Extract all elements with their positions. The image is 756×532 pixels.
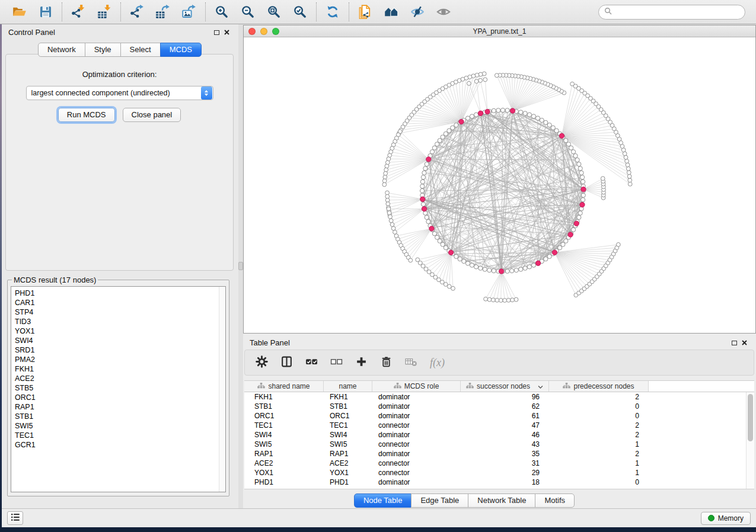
- network-node[interactable]: [422, 171, 426, 175]
- network-node[interactable]: [523, 111, 527, 116]
- network-leaf-node[interactable]: [626, 163, 630, 167]
- delete-column-button[interactable]: [380, 355, 393, 370]
- mcds-result-item[interactable]: TEC1: [15, 431, 222, 440]
- panel-splitter[interactable]: [238, 24, 243, 508]
- network-hub-node[interactable]: [429, 226, 434, 231]
- mcds-result-item[interactable]: TID3: [15, 317, 222, 326]
- network-hub-node[interactable]: [510, 108, 515, 113]
- network-leaf-node[interactable]: [624, 155, 628, 159]
- network-node[interactable]: [492, 269, 496, 273]
- network-node[interactable]: [544, 257, 548, 261]
- mcds-list-scrollbar[interactable]: [219, 287, 225, 492]
- network-leaf-node[interactable]: [382, 179, 387, 183]
- mcds-result-item[interactable]: STB5: [15, 383, 222, 393]
- network-node[interactable]: [425, 162, 429, 166]
- network-node[interactable]: [547, 123, 551, 127]
- network-leaf-node[interactable]: [391, 226, 395, 230]
- network-node[interactable]: [465, 116, 470, 120]
- network-leaf-node[interactable]: [383, 175, 387, 180]
- network-node[interactable]: [421, 202, 425, 206]
- network-node[interactable]: [420, 184, 425, 188]
- mcds-result-item[interactable]: STB1: [15, 412, 222, 421]
- close-traffic-light[interactable]: [248, 28, 256, 35]
- network-node[interactable]: [564, 239, 568, 243]
- table-row[interactable]: RAP1RAP1dominator352: [244, 449, 746, 459]
- save-session-button[interactable]: [37, 4, 54, 20]
- network-node[interactable]: [581, 180, 585, 184]
- network-node[interactable]: [566, 142, 570, 146]
- export-network-button[interactable]: [129, 4, 145, 20]
- zoom-out-button[interactable]: [240, 4, 256, 20]
- mcds-result-item[interactable]: RAP1: [15, 402, 222, 412]
- network-leaf-node[interactable]: [499, 299, 503, 303]
- network-node[interactable]: [579, 171, 583, 175]
- mcds-result-item[interactable]: PHD1: [15, 289, 222, 298]
- network-node[interactable]: [426, 219, 430, 223]
- zoom-in-button[interactable]: [213, 4, 230, 20]
- network-hub-node[interactable]: [580, 202, 585, 207]
- column-header-predecessor-nodes[interactable]: predecessor nodes: [549, 381, 649, 392]
- network-node[interactable]: [519, 267, 523, 271]
- network-leaf-node[interactable]: [511, 298, 515, 302]
- network-leaf-node[interactable]: [506, 298, 511, 302]
- network-node[interactable]: [470, 114, 474, 118]
- mcds-result-item[interactable]: SRD1: [15, 345, 222, 355]
- tab-node-table[interactable]: Node Table: [354, 493, 412, 508]
- table-row[interactable]: STB1STB1dominator620: [244, 402, 746, 411]
- network-node[interactable]: [575, 158, 579, 162]
- zoom-traffic-light[interactable]: [272, 28, 279, 35]
- network-node[interactable]: [527, 265, 531, 269]
- network-leaf-node[interactable]: [627, 171, 631, 175]
- network-node[interactable]: [531, 114, 535, 118]
- open-file-button[interactable]: [11, 4, 28, 20]
- network-leaf-node[interactable]: [487, 297, 492, 302]
- network-leaf-node[interactable]: [625, 159, 629, 164]
- tab-network-table[interactable]: Network Table: [468, 493, 535, 508]
- clone-network-button[interactable]: [357, 4, 374, 20]
- network-leaf-node[interactable]: [451, 286, 455, 290]
- criterion-select[interactable]: largest connected component (undirected): [26, 86, 213, 100]
- network-hub-node[interactable]: [581, 187, 586, 191]
- network-node[interactable]: [465, 261, 470, 265]
- network-node[interactable]: [544, 120, 548, 124]
- group-nodes-button[interactable]: [383, 4, 400, 20]
- table-row[interactable]: FKH1FKH1dominator962: [244, 392, 746, 402]
- table-settings-button[interactable]: [256, 355, 268, 370]
- network-node[interactable]: [454, 123, 458, 127]
- network-hub-node[interactable]: [478, 111, 483, 116]
- network-leaf-node[interactable]: [626, 166, 630, 171]
- export-table-button[interactable]: [155, 4, 171, 20]
- network-hub-node[interactable]: [559, 133, 564, 138]
- search-input[interactable]: [615, 8, 739, 16]
- mcds-result-item[interactable]: ORC1: [15, 393, 222, 402]
- network-node[interactable]: [430, 150, 434, 154]
- network-node[interactable]: [571, 227, 575, 232]
- network-leaf-node[interactable]: [570, 82, 575, 86]
- network-node[interactable]: [458, 257, 462, 261]
- network-hub-node[interactable]: [420, 197, 425, 201]
- deselect-all-rows-button[interactable]: [330, 355, 343, 370]
- network-node[interactable]: [505, 269, 509, 273]
- control-panel-float-button[interactable]: [212, 29, 222, 36]
- network-hub-node[interactable]: [448, 250, 453, 255]
- table-row[interactable]: PHD1PHD1dominator180: [244, 477, 746, 487]
- mcds-result-item[interactable]: YOX1: [15, 326, 222, 336]
- mcds-result-item[interactable]: GCR1: [15, 440, 222, 450]
- network-leaf-node[interactable]: [484, 297, 488, 301]
- network-node[interactable]: [531, 263, 535, 267]
- column-visibility-button[interactable]: [280, 355, 293, 370]
- table-panel-close-button[interactable]: [739, 337, 749, 348]
- close-panel-button[interactable]: Close panel: [123, 108, 181, 122]
- network-node[interactable]: [519, 110, 523, 114]
- network-leaf-node[interactable]: [390, 223, 394, 227]
- network-node[interactable]: [420, 180, 425, 184]
- network-node[interactable]: [425, 215, 429, 219]
- network-leaf-node[interactable]: [601, 177, 605, 181]
- splitter-grip-icon[interactable]: [238, 262, 243, 270]
- zoom-selected-button[interactable]: [292, 4, 308, 20]
- network-leaf-node[interactable]: [447, 284, 451, 289]
- network-node[interactable]: [479, 266, 483, 270]
- network-node[interactable]: [505, 108, 509, 113]
- network-node[interactable]: [492, 108, 496, 113]
- network-node[interactable]: [547, 254, 551, 258]
